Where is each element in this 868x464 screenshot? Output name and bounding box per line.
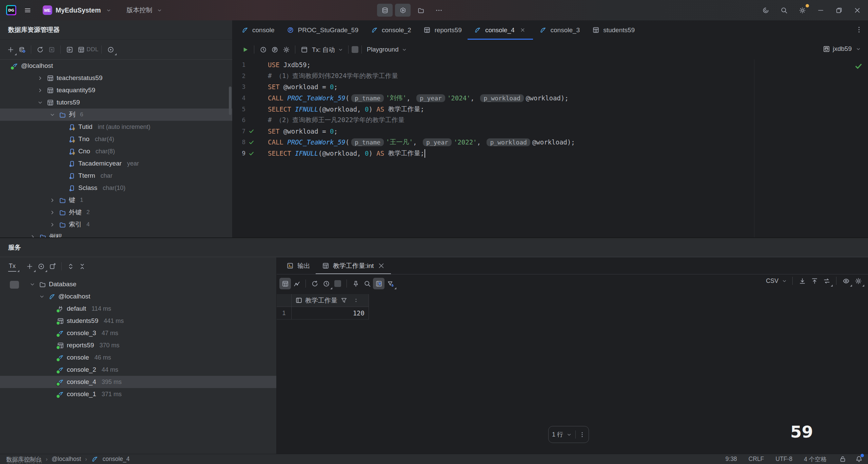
chevron-down-icon[interactable]	[566, 430, 572, 439]
sort-icon[interactable]	[353, 296, 359, 305]
indent-setting[interactable]: 4 个空格	[804, 455, 827, 463]
project-widget[interactable]: ME MyEduSystem	[43, 5, 113, 15]
expand-all-button[interactable]	[65, 260, 76, 272]
service-item-default[interactable]: default114 ms	[0, 303, 276, 315]
explorer-item-键[interactable]: 键1	[0, 194, 232, 206]
close-tab-icon[interactable]	[518, 26, 527, 35]
notifications-bell-icon[interactable]	[854, 455, 863, 464]
code-line-6[interactable]: 6# （2）查询教师王一凡2022学年的教学工作量	[233, 115, 868, 126]
datasource-properties-button[interactable]	[16, 44, 28, 55]
explorer-item-Tacademicyear[interactable]: Tacademicyearyear	[0, 157, 232, 170]
tab-console_4[interactable]: console_4	[468, 20, 533, 40]
chart-view-button[interactable]	[291, 278, 302, 289]
view-options-button[interactable]	[35, 260, 47, 272]
code-line-7[interactable]: 7SET @workload = 0;	[233, 126, 868, 137]
chevron-down-icon[interactable]	[38, 294, 45, 299]
chevron-right-icon[interactable]	[36, 75, 44, 81]
grid-corner-cell[interactable]	[277, 294, 292, 307]
code-line-5[interactable]: 5SELECT IFNULL(@workload, 0) AS 教学工作量;	[233, 103, 868, 115]
chevron-right-icon[interactable]	[36, 88, 44, 93]
service-item-Database[interactable]: Database	[0, 278, 276, 290]
grid-column-header[interactable]: 教学工作量	[292, 294, 369, 307]
collapse-all-button[interactable]	[76, 260, 88, 272]
explorer-item-Tno[interactable]: Tnochar(4)	[0, 133, 232, 145]
settings-button[interactable]	[795, 3, 810, 17]
inspection-ok-icon[interactable]	[854, 62, 863, 72]
cancel-query-button[interactable]	[46, 44, 57, 55]
code-line-1[interactable]: 1USE Jxdb59;	[233, 59, 868, 71]
database-tool-button[interactable]	[377, 4, 393, 17]
service-item-console[interactable]: console46 ms	[0, 351, 276, 364]
encoding[interactable]: UTF-8	[775, 456, 792, 463]
find-button[interactable]	[361, 278, 373, 289]
code-area[interactable]: 1USE Jxdb59;2# （1）查询教师刘伟2024学年的教学工作量3SET…	[233, 59, 868, 159]
project-files-button[interactable]	[413, 4, 429, 17]
restore-button[interactable]	[831, 3, 846, 17]
output-tab-输出[interactable]: 输出	[280, 257, 316, 274]
tab-students59[interactable]: students59	[586, 20, 640, 40]
tab-PROC_StuGrade_59[interactable]: PROC_StuGrade_59	[280, 20, 364, 40]
clear-filter-button[interactable]	[384, 278, 396, 289]
reload-button[interactable]	[309, 278, 320, 289]
explorer-item-索引[interactable]: 索引4	[0, 218, 232, 231]
code-line-3[interactable]: 3SET @workload = 0;	[233, 81, 868, 93]
tx-mode-select[interactable]: Tx: 自动	[310, 45, 345, 54]
tab-console_2[interactable]: console_2	[364, 20, 417, 40]
service-item-console_3[interactable]: console_347 ms	[0, 327, 276, 339]
chevron-right-icon[interactable]	[29, 234, 36, 238]
parameters-button[interactable]	[269, 44, 280, 55]
stop-button[interactable]	[352, 46, 358, 53]
row-number[interactable]: 1	[277, 307, 292, 319]
format-label[interactable]: CSV	[766, 277, 778, 285]
editor-settings-button[interactable]	[280, 44, 292, 55]
in-editor-results-button[interactable]	[298, 44, 310, 55]
tab-options-kebab-icon[interactable]	[854, 25, 863, 34]
tab-console[interactable]: console	[235, 20, 280, 40]
open-in-new-tab-button[interactable]	[47, 260, 58, 272]
service-item-students59[interactable]: students59441 ms	[0, 315, 276, 327]
ddl-button[interactable]: DDL	[87, 44, 98, 55]
vcs-widget[interactable]: 版本控制	[118, 6, 164, 15]
explorer-item-Tterm[interactable]: Ttermchar	[0, 170, 232, 182]
close-button[interactable]	[850, 3, 865, 17]
compare-button[interactable]	[821, 275, 832, 287]
grid-view-button[interactable]	[279, 278, 291, 289]
explorer-item-外键[interactable]: 外键2	[0, 206, 232, 218]
explorer-item-teacherstatus59[interactable]: teacherstatus59	[0, 72, 232, 84]
line-ending[interactable]: CRLF	[749, 456, 764, 463]
caret-position[interactable]: 9:38	[726, 456, 737, 463]
tx-filter-button[interactable]: Tx	[5, 260, 19, 272]
chevron-right-icon[interactable]	[48, 197, 56, 203]
code-line-2[interactable]: 2# （1）查询教师刘伟2024学年的教学工作量	[233, 71, 868, 82]
pause-button[interactable]	[332, 278, 343, 289]
ai-assistant-button[interactable]	[758, 3, 773, 17]
service-item-console_1[interactable]: console_1371 ms	[0, 388, 276, 400]
explorer-item-例程[interactable]: 例程	[0, 231, 232, 237]
chevron-down-icon[interactable]	[28, 282, 36, 287]
output-tab-教学工作量:int[interactable]: 教学工作量:int	[316, 257, 391, 274]
service-item-console_4[interactable]: console_4395 ms	[0, 376, 276, 388]
query-history-button[interactable]	[320, 278, 332, 289]
cell-value[interactable]: 120	[292, 307, 369, 319]
funnel-icon[interactable]	[340, 296, 348, 305]
service-item-@localhost[interactable]: @localhost	[0, 290, 276, 303]
service-item-reports59[interactable]: reports59370 ms	[0, 339, 276, 351]
export-download-button[interactable]	[796, 275, 808, 287]
minimize-button[interactable]	[813, 3, 828, 17]
code-line-4[interactable]: 4CALL PROC_TeaWork_59(p_tname'刘伟', p_yea…	[233, 93, 868, 104]
explorer-item-Tutid[interactable]: Tutidint (auto increment)	[0, 121, 232, 133]
view-options-button[interactable]	[105, 44, 116, 55]
code-line-8[interactable]: 8CALL PROC_TeaWork_59(p_tname'王一凡', p_ye…	[233, 137, 868, 148]
search-everywhere-button[interactable]	[776, 3, 791, 17]
chevron-right-icon[interactable]	[48, 222, 56, 228]
import-upload-button[interactable]	[809, 275, 820, 287]
explorer-item-tutors59[interactable]: tutors59	[0, 96, 232, 109]
service-item-console_2[interactable]: console_244 ms	[0, 364, 276, 376]
run-button[interactable]	[239, 44, 251, 55]
explorer-item-@localhost[interactable]: @localhost	[0, 60, 232, 72]
chevron-right-icon[interactable]	[48, 210, 56, 215]
breadcrumb-item[interactable]: @localhost	[52, 456, 81, 463]
more-tools-button[interactable]	[431, 4, 447, 17]
unlock-icon[interactable]	[838, 455, 847, 464]
explorer-item-teaquantity59[interactable]: teaquantity59	[0, 84, 232, 96]
